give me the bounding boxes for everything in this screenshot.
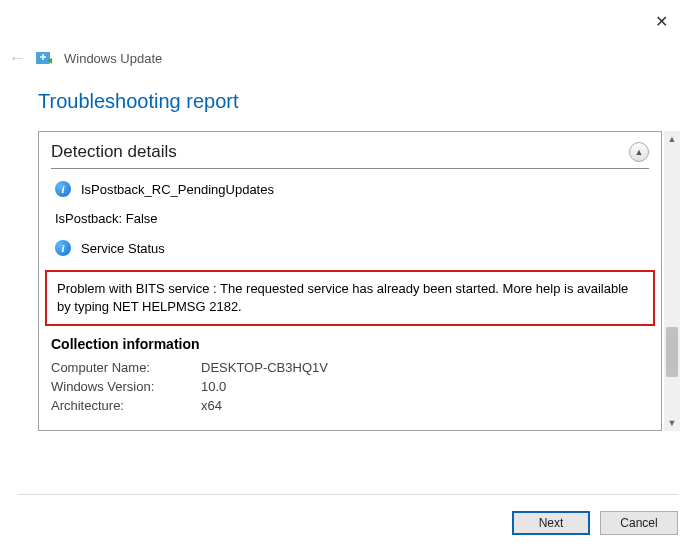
windows-update-icon [36,50,54,66]
detection-section-title: Detection details [51,142,177,162]
collection-section-title: Collection information [51,336,649,352]
detection-item-1: IsPostback_RC_PendingUpdates [81,182,274,197]
scroll-track[interactable] [664,147,680,415]
dialog-button-row: Next Cancel [18,494,678,535]
problem-highlight: Problem with BITS service : The requeste… [45,270,655,326]
page-title: Troubleshooting report [38,90,696,113]
cancel-button-label: Cancel [620,516,657,530]
close-icon[interactable]: ✕ [647,8,676,35]
collection-info-table: Computer Name: DESKTOP-CB3HQ1V Windows V… [51,360,649,413]
app-name-label: Windows Update [64,51,162,66]
detection-panel: Detection details ▲ i IsPostback_RC_Pend… [38,131,662,431]
detection-item-2: Service Status [81,241,165,256]
scroll-thumb[interactable] [666,327,678,377]
windows-version-label: Windows Version: [51,379,201,394]
computer-name-value: DESKTOP-CB3HQ1V [201,360,649,375]
chevron-up-icon: ▲ [635,147,644,157]
next-button[interactable]: Next [512,511,590,535]
cancel-button[interactable]: Cancel [600,511,678,535]
vertical-scrollbar[interactable]: ▲ ▼ [664,131,680,431]
collapse-button[interactable]: ▲ [629,142,649,162]
info-icon: i [55,181,71,197]
info-icon: i [55,240,71,256]
detection-item-1-detail: IsPostback: False [55,211,649,226]
problem-text: Problem with BITS service : The requeste… [57,281,628,314]
next-button-label: Next [539,516,564,530]
back-arrow-icon[interactable]: ← [8,50,26,66]
architecture-value: x64 [201,398,649,413]
scroll-down-icon[interactable]: ▼ [664,415,680,431]
architecture-label: Architecture: [51,398,201,413]
computer-name-label: Computer Name: [51,360,201,375]
scroll-up-icon[interactable]: ▲ [664,131,680,147]
windows-version-value: 10.0 [201,379,649,394]
header: ← Windows Update [0,0,696,76]
